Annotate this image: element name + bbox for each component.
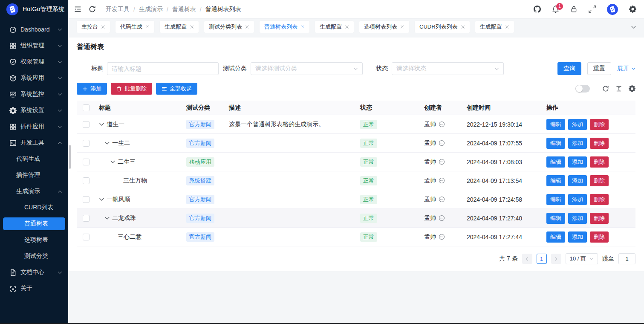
scrollbar-thumb[interactable] (69, 145, 71, 169)
page-size-select[interactable]: 10 / 页 (566, 253, 598, 264)
creator-info-icon[interactable] (439, 196, 445, 202)
fullscreen-icon[interactable] (589, 6, 596, 13)
edit-row-button[interactable]: 编辑 (546, 156, 565, 168)
sidebar-item-generate-demo[interactable]: 生成演示 (0, 183, 68, 200)
tree-expand-icon[interactable] (99, 122, 104, 127)
delete-row-button[interactable]: 删除 (590, 213, 609, 224)
creator-info-icon[interactable] (439, 177, 445, 184)
creator-info-icon[interactable] (439, 121, 445, 127)
breadcrumb-item[interactable]: 普通树表 (172, 6, 196, 13)
category-filter-select[interactable]: 请选择测试分类 (251, 62, 363, 75)
lock-screen-icon[interactable] (570, 6, 578, 13)
edit-row-button[interactable]: 编辑 (546, 213, 565, 224)
sidebar-item-dev-tools[interactable]: 开发工具 (0, 135, 68, 151)
edit-row-button[interactable]: 编辑 (546, 138, 565, 149)
sidebar-item-about[interactable]: 关于 (0, 281, 68, 297)
sidebar-item-org-management[interactable]: 组织管理 (0, 38, 68, 54)
add-button[interactable]: 添加 (77, 83, 107, 95)
tab-generate-config-3[interactable]: 生成配置 (475, 21, 514, 33)
tab-code-generation[interactable]: 代码生成 (116, 21, 154, 33)
page-number-1[interactable]: 1 (537, 254, 547, 264)
refresh-page-icon[interactable] (89, 6, 96, 13)
reset-button[interactable]: 重置 (587, 62, 611, 75)
close-tab-icon[interactable] (101, 25, 105, 29)
close-tab-icon[interactable] (505, 25, 509, 29)
sidebar-item-test-category[interactable]: 测试分类 (0, 248, 68, 264)
sidebar-item-curd-list[interactable]: CURD列表 (0, 200, 68, 216)
reload-table-icon[interactable] (602, 85, 609, 92)
sidebar-item-plugin-app[interactable]: 插件应用 (0, 119, 68, 135)
row-checkbox[interactable] (83, 234, 90, 240)
creator-info-icon[interactable] (439, 234, 445, 240)
select-all-checkbox[interactable] (83, 104, 90, 111)
row-checkbox[interactable] (83, 177, 90, 184)
tab-generate-config-1[interactable]: 生成配置 (160, 21, 199, 33)
prev-page-button[interactable] (522, 254, 532, 264)
creator-info-icon[interactable] (439, 140, 445, 146)
creator-info-icon[interactable] (439, 215, 445, 221)
delete-row-button[interactable]: 删除 (590, 175, 609, 186)
add-child-button[interactable]: 添加 (568, 156, 587, 168)
tab-option-tree-list[interactable]: 选项树表列表 (359, 21, 409, 33)
collapse-all-button[interactable]: 全部收起 (156, 83, 197, 95)
striped-toggle[interactable] (575, 85, 590, 93)
title-filter-input[interactable] (112, 65, 214, 72)
row-checkbox[interactable] (83, 140, 90, 147)
sidebar-item-permission-management[interactable]: 权限管理 (0, 54, 68, 70)
delete-row-button[interactable]: 删除 (590, 231, 609, 243)
row-checkbox[interactable] (83, 215, 90, 222)
app-logo[interactable]: HotGo管理系统 (0, 0, 68, 19)
sidebar-item-code-generation[interactable]: 代码生成 (0, 151, 68, 167)
tab-generate-config-2[interactable]: 生成配置 (315, 21, 354, 33)
sidebar-item-dashboard[interactable]: Dashboard (0, 21, 68, 38)
close-tab-icon[interactable] (345, 25, 349, 29)
sidebar-item-plugin-management[interactable]: 插件管理 (0, 167, 68, 183)
tab-normal-tree-list[interactable]: 普通树表列表 (260, 21, 309, 33)
edit-row-button[interactable]: 编辑 (546, 175, 565, 186)
close-tab-icon[interactable] (245, 25, 249, 29)
table-density-icon[interactable] (615, 85, 622, 92)
tree-expand-icon[interactable] (104, 215, 110, 221)
expand-filters-button[interactable]: 展开 (617, 65, 635, 72)
user-avatar[interactable] (607, 4, 618, 15)
breadcrumb-item[interactable]: 开发工具 (106, 6, 130, 13)
breadcrumb-item[interactable]: 生成演示 (139, 6, 163, 13)
close-tab-icon[interactable] (190, 25, 194, 29)
tab-list-dropdown-icon[interactable] (631, 24, 636, 30)
notifications-button[interactable]: 1 (552, 6, 559, 13)
delete-row-button[interactable]: 删除 (590, 138, 609, 149)
edit-row-button[interactable]: 编辑 (546, 231, 565, 243)
row-checkbox[interactable] (83, 159, 90, 165)
next-page-button[interactable] (551, 254, 561, 264)
close-tab-icon[interactable] (300, 25, 305, 29)
table-settings-icon[interactable] (629, 85, 635, 92)
delete-row-button[interactable]: 删除 (590, 194, 609, 205)
edit-row-button[interactable]: 编辑 (546, 119, 565, 130)
add-child-button[interactable]: 添加 (568, 231, 587, 243)
status-filter-select[interactable]: 请选择状态 (392, 62, 504, 75)
close-tab-icon[interactable] (400, 25, 404, 29)
github-icon[interactable] (534, 6, 541, 13)
search-button[interactable]: 查询 (557, 62, 581, 75)
edit-row-button[interactable]: 编辑 (546, 194, 565, 205)
sidebar-item-system-settings[interactable]: 系统设置 (0, 102, 68, 119)
tab-test-category-list[interactable]: 测试分类列表 (204, 21, 254, 33)
delete-row-button[interactable]: 删除 (590, 156, 609, 168)
settings-icon[interactable] (629, 6, 636, 13)
sidebar-item-system-app[interactable]: 系统应用 (0, 70, 68, 86)
sidebar-item-normal-tree-table[interactable]: 普通树表 (3, 217, 65, 230)
delete-row-button[interactable]: 删除 (590, 119, 609, 130)
sidebar-item-option-tree-table[interactable]: 选项树表 (0, 232, 68, 248)
add-child-button[interactable]: 添加 (568, 194, 587, 205)
sidebar-item-system-monitor[interactable]: 系统监控 (0, 86, 68, 102)
add-child-button[interactable]: 添加 (568, 213, 587, 224)
tab-cudr-list-list[interactable]: CUDR列表列表 (415, 21, 470, 33)
tree-expand-icon[interactable] (99, 197, 104, 202)
close-tab-icon[interactable] (145, 25, 150, 29)
row-checkbox[interactable] (83, 196, 90, 203)
creator-info-icon[interactable] (439, 159, 445, 165)
tree-expand-icon[interactable] (104, 140, 110, 146)
add-child-button[interactable]: 添加 (568, 175, 587, 186)
collapse-sidebar-icon[interactable] (74, 6, 81, 13)
row-checkbox[interactable] (83, 121, 90, 128)
